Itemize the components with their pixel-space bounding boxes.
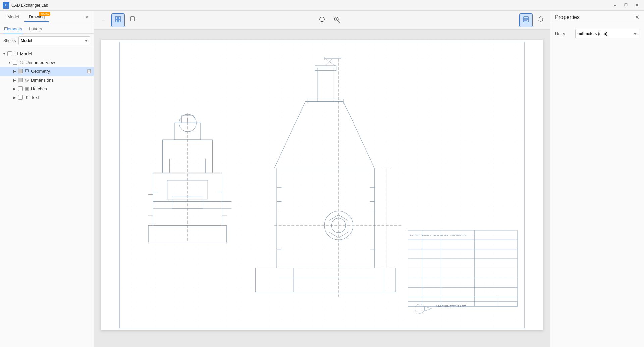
- tab-model[interactable]: Model: [3, 13, 23, 22]
- svg-rect-2: [115, 20, 118, 22]
- drawing-sheet: DETAIL A / FIGURE DRAWING PART INFORMATI…: [101, 40, 543, 330]
- tree-item-hatches[interactable]: ▶ ▣ Hatches: [0, 84, 94, 93]
- tree-toggle-geometry[interactable]: ▶: [12, 68, 17, 74]
- tree-checkbox-unnamed-view[interactable]: [13, 60, 17, 65]
- svg-line-13: [338, 20, 340, 22]
- sheets-select[interactable]: Model: [18, 36, 90, 45]
- tree-toggle-model[interactable]: ▾: [1, 51, 7, 56]
- app-title: CAD Exchanger Lab: [11, 3, 610, 8]
- tree-checkbox-text[interactable]: [18, 95, 23, 100]
- properties-header: Properties ✕: [550, 11, 644, 24]
- zoom-extents-icon: [333, 16, 340, 24]
- tab-bar: Model Drawing Preview ✕: [0, 11, 94, 22]
- tree-checkbox-model[interactable]: [7, 51, 12, 56]
- drawing-svg: DETAIL A / FIGURE DRAWING PART INFORMATI…: [101, 40, 543, 330]
- units-select[interactable]: millimeters (mm) inches (in) centimeters…: [575, 29, 639, 38]
- tree-action-geometry[interactable]: 📋: [86, 68, 92, 75]
- sheets-row: Sheets Model: [0, 34, 94, 48]
- tree-icon-hatches: ▣: [24, 86, 30, 91]
- close-button[interactable]: ✕: [632, 2, 641, 9]
- tree-icon-unnamed-view: ◎: [19, 60, 24, 65]
- menu-button[interactable]: ≡: [97, 13, 110, 27]
- menu-icon: ≡: [102, 17, 105, 23]
- sub-tab-elements[interactable]: Elements: [3, 25, 23, 33]
- tree-label-text: Text: [30, 95, 94, 100]
- window-controls: − ❐ ✕: [610, 2, 641, 9]
- tree-label-model: Model: [19, 51, 94, 56]
- tree-label-dimensions: Dimensions: [30, 78, 94, 83]
- preview-badge: Preview: [39, 12, 50, 16]
- fit-view-button[interactable]: [315, 13, 329, 27]
- toolbar: ≡: [94, 11, 550, 30]
- units-label: Units: [555, 31, 572, 36]
- properties-icon: [523, 16, 529, 24]
- sub-tab-layers[interactable]: Layers: [28, 25, 43, 33]
- properties-button[interactable]: [519, 13, 533, 27]
- close-properties-button[interactable]: ✕: [635, 14, 639, 20]
- tab-drawing[interactable]: Drawing Preview: [24, 13, 49, 22]
- main-layout: Model Drawing Preview ✕ Elements Layers …: [0, 11, 644, 347]
- properties-content: Units millimeters (mm) inches (in) centi…: [550, 24, 644, 47]
- tree-label-hatches: Hatches: [30, 86, 94, 91]
- svg-rect-0: [115, 17, 118, 19]
- svg-text:MACHINERY PART: MACHINERY PART: [436, 304, 466, 308]
- elements-view-icon: [115, 16, 121, 24]
- svg-text:DETAIL A / FIGURE DRAWING PART: DETAIL A / FIGURE DRAWING PART INFORMATI…: [410, 234, 467, 237]
- minimize-button[interactable]: −: [610, 2, 620, 9]
- app-icon: C: [3, 2, 9, 9]
- tree-icon-model: ☐: [13, 51, 19, 56]
- right-panel: Properties ✕ Units millimeters (mm) inch…: [550, 11, 644, 347]
- tree-icon-dimensions: ◎: [24, 77, 30, 83]
- file-view-icon: [129, 16, 136, 24]
- sheets-label: Sheets: [3, 38, 16, 43]
- left-panel: Model Drawing Preview ✕ Elements Layers …: [0, 11, 94, 347]
- fit-view-icon: [318, 16, 326, 24]
- close-panel-button[interactable]: ✕: [84, 14, 90, 21]
- tree-icon-geometry: ☐: [24, 68, 30, 74]
- notifications-icon: [537, 16, 544, 24]
- tree-item-geometry[interactable]: ▶ ☐ Geometry 📋: [0, 67, 94, 76]
- svg-rect-21: [117, 40, 527, 330]
- tree-icon-text: T: [24, 95, 30, 100]
- titlebar: C CAD Exchanger Lab − ❐ ✕: [0, 0, 644, 11]
- zoom-extents-button[interactable]: [330, 13, 343, 27]
- tree-toggle-unnamed-view[interactable]: ▾: [7, 60, 12, 65]
- tree-item-unnamed-view[interactable]: ▾ ◎ Unnamed View: [0, 58, 94, 67]
- tree-item-model[interactable]: ▾ ☐ Model: [0, 49, 94, 58]
- tree-checkbox-geometry[interactable]: [18, 69, 23, 73]
- svg-point-7: [320, 17, 324, 22]
- file-view-button[interactable]: [126, 13, 140, 27]
- tree-checkbox-hatches[interactable]: [18, 86, 23, 91]
- tree-container: ▾ ☐ Model ▾ ◎ Unnamed View ▶ ☐ Geometry …: [0, 48, 94, 347]
- center-area: ≡: [94, 11, 550, 347]
- elements-view-button[interactable]: [111, 13, 125, 27]
- tree-item-text[interactable]: ▶ T Text: [0, 93, 94, 102]
- tree-item-dimensions[interactable]: ▶ ◎ Dimensions: [0, 76, 94, 84]
- tree-checkbox-dimensions[interactable]: [18, 78, 23, 82]
- properties-title: Properties: [555, 14, 632, 20]
- units-row: Units millimeters (mm) inches (in) centi…: [555, 29, 639, 38]
- sub-tabs: Elements Layers: [0, 22, 94, 34]
- restore-button[interactable]: ❐: [621, 2, 631, 9]
- tree-label-unnamed-view: Unnamed View: [25, 60, 94, 65]
- svg-rect-3: [118, 20, 121, 22]
- tree-toggle-hatches[interactable]: ▶: [12, 86, 17, 91]
- tree-toggle-text[interactable]: ▶: [12, 95, 17, 100]
- toolbar-right: [519, 13, 547, 27]
- drawing-canvas[interactable]: DETAIL A / FIGURE DRAWING PART INFORMATI…: [94, 30, 550, 347]
- notifications-button[interactable]: [534, 13, 547, 27]
- tree-label-geometry: Geometry: [30, 69, 86, 74]
- tree-toggle-dimensions[interactable]: ▶: [12, 77, 17, 83]
- svg-rect-1: [118, 17, 121, 19]
